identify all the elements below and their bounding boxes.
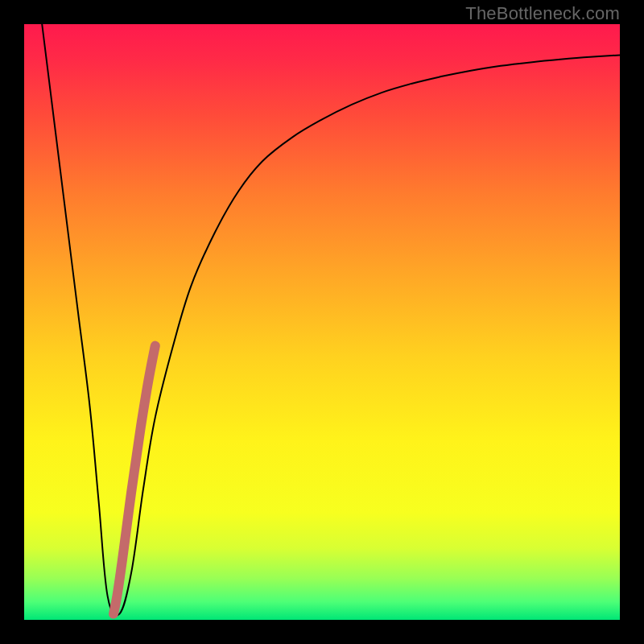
watermark-text: TheBottleneck.com — [465, 3, 620, 24]
highlight-segment — [114, 346, 155, 614]
chart-frame: TheBottleneck.com — [0, 0, 644, 644]
plot-area — [24, 24, 620, 620]
chart-lines — [24, 24, 620, 620]
